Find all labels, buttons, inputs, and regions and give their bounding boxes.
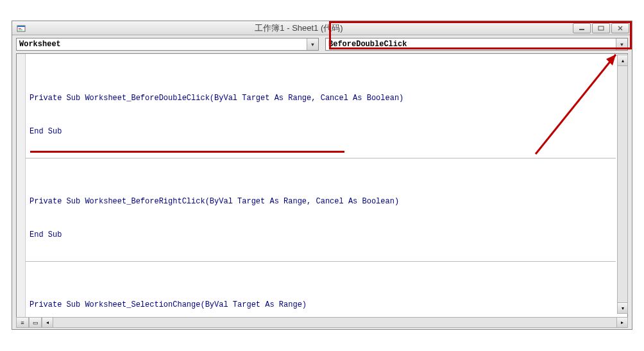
vertical-scrollbar[interactable]: ▴ ▾ (617, 55, 628, 314)
svg-rect-5 (598, 26, 604, 30)
svg-rect-4 (579, 29, 584, 30)
chevron-down-icon[interactable]: ▼ (616, 39, 627, 50)
chevron-down-icon[interactable]: ▼ (307, 39, 318, 50)
close-button[interactable] (611, 23, 629, 33)
scroll-up-button[interactable]: ▴ (618, 55, 627, 66)
full-module-view-button[interactable]: ▭ (29, 317, 42, 328)
object-dropdown[interactable]: Worksheet ▼ (16, 38, 319, 51)
code-content[interactable]: Private Sub Worksheet_BeforeDoubleClick(… (26, 55, 616, 318)
svg-rect-2 (19, 28, 21, 29)
window-controls (572, 23, 629, 33)
code-window: 工作簿1 - Sheet1 (代码) Worksheet ▼ BeforeDou… (12, 21, 632, 330)
code-line: End Sub (30, 230, 612, 239)
code-pane[interactable]: Private Sub Worksheet_BeforeDoubleClick(… (16, 53, 628, 318)
svg-rect-3 (19, 30, 22, 30)
bottom-bar: ≡ ▭ ◂ ▸ (16, 317, 628, 328)
code-block: Private Sub Worksheet_BeforeDoubleClick(… (26, 73, 616, 158)
object-dropdown-value: Worksheet (17, 40, 307, 49)
window-title: 工作簿1 - Sheet1 (代码) (26, 22, 572, 34)
procedure-dropdown-value: BeforeDoubleClick (326, 40, 616, 49)
horizontal-scrollbar[interactable]: ◂ ▸ (42, 317, 628, 328)
margin-gutter (17, 54, 26, 317)
code-block: Private Sub Worksheet_BeforeRightClick(B… (26, 176, 616, 262)
code-block: Private Sub Worksheet_SelectionChange(By… (26, 280, 616, 318)
scroll-right-button[interactable]: ▸ (616, 318, 627, 327)
titlebar[interactable]: 工作簿1 - Sheet1 (代码) (12, 21, 632, 35)
dropdowns-row: Worksheet ▼ BeforeDoubleClick ▼ (12, 35, 632, 53)
module-icon (16, 23, 26, 33)
minimize-button[interactable] (573, 23, 591, 33)
scroll-left-button[interactable]: ◂ (42, 318, 53, 327)
code-line: End Sub (30, 127, 612, 136)
procedure-dropdown[interactable]: BeforeDoubleClick ▼ (325, 38, 628, 51)
maximize-button[interactable] (592, 23, 610, 33)
svg-rect-1 (17, 26, 25, 27)
code-line: Private Sub Worksheet_BeforeDoubleClick(… (30, 94, 612, 103)
scroll-down-button[interactable]: ▾ (618, 302, 627, 313)
procedure-view-button[interactable]: ≡ (16, 317, 29, 328)
code-line: Private Sub Worksheet_BeforeRightClick(B… (30, 197, 612, 206)
code-line: Private Sub Worksheet_SelectionChange(By… (30, 300, 612, 309)
